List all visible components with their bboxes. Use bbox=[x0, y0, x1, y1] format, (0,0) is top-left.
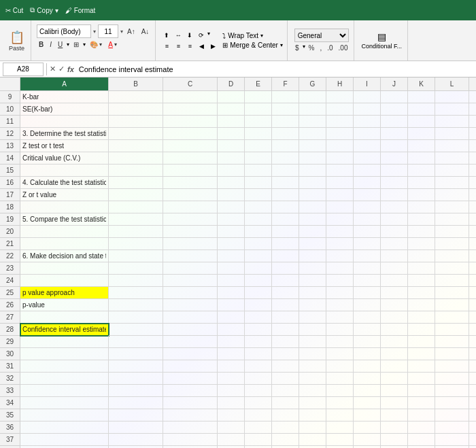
cell-28-A[interactable]: Confidence interval estimate bbox=[20, 324, 109, 336]
cell-14-G[interactable] bbox=[299, 152, 326, 165]
align-right-button[interactable]: ≡ bbox=[184, 41, 195, 51]
cell-19-L[interactable] bbox=[435, 213, 469, 226]
cell-19-E[interactable] bbox=[245, 213, 272, 226]
cell-12-F[interactable] bbox=[272, 128, 299, 140]
cell-18-I[interactable] bbox=[354, 201, 381, 213]
cell-12-J[interactable] bbox=[381, 128, 408, 140]
cell-11-M[interactable] bbox=[469, 116, 476, 128]
cell-12-G[interactable] bbox=[299, 128, 326, 140]
cell-26-I[interactable] bbox=[354, 299, 381, 311]
font-name-dropdown-icon[interactable]: ▾ bbox=[93, 29, 96, 35]
cell-25-I[interactable] bbox=[354, 287, 381, 299]
col-header-h[interactable]: H bbox=[326, 77, 354, 90]
cell-21-E[interactable] bbox=[245, 238, 272, 250]
cell-10-G[interactable] bbox=[299, 103, 326, 116]
cell-21-D[interactable] bbox=[218, 238, 245, 250]
cell-24-J[interactable] bbox=[381, 275, 408, 287]
cell-28-F[interactable] bbox=[272, 324, 299, 336]
row-header-32[interactable]: 32 bbox=[0, 373, 20, 385]
cell-24-D[interactable] bbox=[218, 275, 245, 287]
cell-18-F[interactable] bbox=[272, 201, 299, 213]
cell-16-J[interactable] bbox=[381, 177, 408, 189]
cell-24-L[interactable] bbox=[435, 275, 469, 287]
cell-10-H[interactable] bbox=[326, 103, 354, 116]
cell-18-L[interactable] bbox=[435, 201, 469, 213]
cell-37-C[interactable] bbox=[163, 434, 218, 446]
cell-36-F[interactable] bbox=[272, 421, 299, 434]
cell-23-I[interactable] bbox=[354, 262, 381, 275]
font-size-dropdown-icon[interactable]: ▾ bbox=[120, 29, 123, 35]
decrease-decimal-button[interactable]: .0 bbox=[325, 44, 335, 52]
cell-16-A[interactable]: 4. Calculate the test statistic bbox=[20, 177, 109, 189]
cell-20-A[interactable] bbox=[20, 226, 109, 238]
cell-29-G[interactable] bbox=[299, 336, 326, 348]
cell-25-H[interactable] bbox=[326, 287, 354, 299]
cell-33-A[interactable] bbox=[20, 385, 109, 397]
cell-15-E[interactable] bbox=[245, 165, 272, 177]
cell-9-E[interactable] bbox=[245, 91, 272, 103]
cell-14-K[interactable] bbox=[408, 152, 435, 165]
cell-35-E[interactable] bbox=[245, 409, 272, 421]
cell-33-G[interactable] bbox=[299, 385, 326, 397]
number-format-select[interactable]: General bbox=[294, 29, 349, 42]
cell-27-E[interactable] bbox=[245, 311, 272, 324]
col-header-i[interactable]: I bbox=[354, 77, 381, 90]
cell-37-K[interactable] bbox=[408, 434, 435, 446]
row-header-19[interactable]: 19 bbox=[0, 213, 20, 226]
cell-22-K[interactable] bbox=[408, 250, 435, 262]
cell-14-L[interactable] bbox=[435, 152, 469, 165]
cell-16-G[interactable] bbox=[299, 177, 326, 189]
cell-16-L[interactable] bbox=[435, 177, 469, 189]
cell-25-F[interactable] bbox=[272, 287, 299, 299]
cell-9-J[interactable] bbox=[381, 91, 408, 103]
cell-15-H[interactable] bbox=[326, 165, 354, 177]
cell-17-A[interactable]: Z or t value bbox=[20, 189, 109, 201]
cell-35-H[interactable] bbox=[326, 409, 354, 421]
dropdown-arrow-border[interactable]: ▾ bbox=[83, 41, 86, 48]
cell-14-E[interactable] bbox=[245, 152, 272, 165]
col-header-k[interactable]: K bbox=[408, 77, 435, 90]
cell-16-M[interactable] bbox=[469, 177, 476, 189]
cell-25-K[interactable] bbox=[408, 287, 435, 299]
cell-10-J[interactable] bbox=[381, 103, 408, 116]
cell-33-H[interactable] bbox=[326, 385, 354, 397]
cell-33-L[interactable] bbox=[435, 385, 469, 397]
cell-37-G[interactable] bbox=[299, 434, 326, 446]
cell-30-C[interactable] bbox=[163, 348, 218, 360]
cell-10-A[interactable]: SE(K-bar) bbox=[20, 103, 109, 116]
cell-22-B[interactable] bbox=[109, 250, 163, 262]
cell-10-F[interactable] bbox=[272, 103, 299, 116]
cell-28-D[interactable] bbox=[218, 324, 245, 336]
bold-button[interactable]: B bbox=[37, 40, 46, 49]
cell-34-E[interactable] bbox=[245, 397, 272, 409]
cell-11-D[interactable] bbox=[218, 116, 245, 128]
cell-24-G[interactable] bbox=[299, 275, 326, 287]
cell-35-I[interactable] bbox=[354, 409, 381, 421]
align-left-button[interactable]: ≡ bbox=[161, 41, 172, 51]
cell-28-M[interactable] bbox=[469, 324, 476, 336]
conditional-format-button[interactable]: ▤ Conditional F... bbox=[360, 30, 403, 51]
cell-13-L[interactable] bbox=[435, 140, 469, 152]
cell-14-H[interactable] bbox=[326, 152, 354, 165]
cell-11-A[interactable] bbox=[20, 116, 109, 128]
col-header-l[interactable]: L bbox=[435, 77, 469, 90]
cell-15-D[interactable] bbox=[218, 165, 245, 177]
percent-button[interactable]: % bbox=[307, 44, 317, 52]
cell-33-D[interactable] bbox=[218, 385, 245, 397]
cell-37-F[interactable] bbox=[272, 434, 299, 446]
cell-32-M[interactable] bbox=[469, 373, 476, 385]
cell-21-H[interactable] bbox=[326, 238, 354, 250]
italic-button[interactable]: I bbox=[48, 40, 54, 49]
cell-23-M[interactable] bbox=[469, 262, 476, 275]
cell-18-A[interactable] bbox=[20, 201, 109, 213]
cell-22-L[interactable] bbox=[435, 250, 469, 262]
cell-17-D[interactable] bbox=[218, 189, 245, 201]
cell-29-I[interactable] bbox=[354, 336, 381, 348]
cell-21-G[interactable] bbox=[299, 238, 326, 250]
cell-30-J[interactable] bbox=[381, 348, 408, 360]
cell-32-A[interactable] bbox=[20, 373, 109, 385]
cell-21-I[interactable] bbox=[354, 238, 381, 250]
cell-19-A[interactable]: 5. Compare the test statistic with C.V. bbox=[20, 213, 109, 226]
cell-11-K[interactable] bbox=[408, 116, 435, 128]
cell-14-M[interactable] bbox=[469, 152, 476, 165]
